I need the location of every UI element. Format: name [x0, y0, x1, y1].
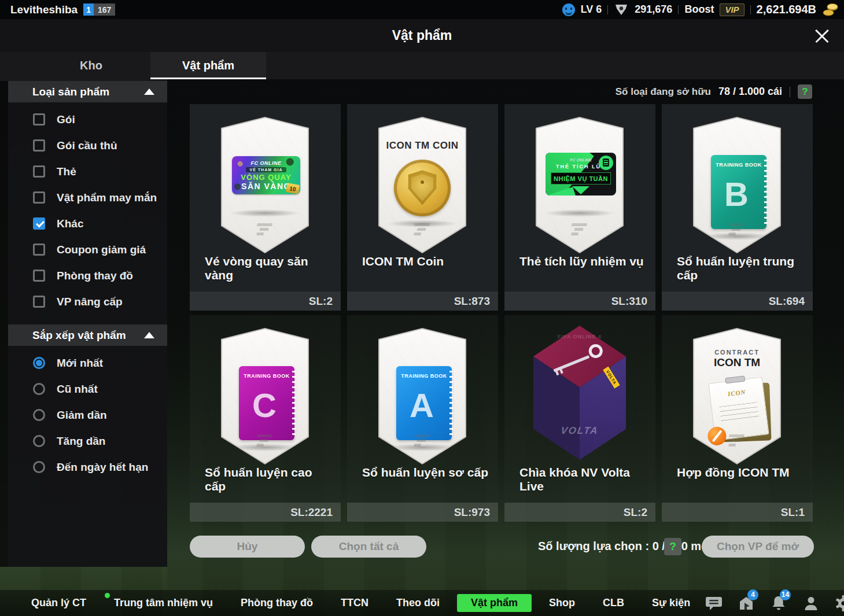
- collapse-arrow-icon: [144, 332, 154, 338]
- sort-section-header[interactable]: Sắp xếp vật phẩm: [8, 324, 167, 346]
- filter-khac[interactable]: Khác: [8, 211, 167, 237]
- nav-vat-pham[interactable]: Vật phẩm: [457, 594, 532, 612]
- boost-label[interactable]: Boost: [684, 3, 714, 16]
- radio[interactable]: [33, 461, 45, 473]
- bell-icon[interactable]: 14: [769, 593, 788, 613]
- filter-goi-cau-thu[interactable]: Gói cầu thủ: [8, 132, 167, 158]
- radio[interactable]: [33, 435, 45, 447]
- nav-su-kien[interactable]: Sự kiện: [638, 594, 704, 612]
- item-qty: SL:873: [454, 295, 490, 308]
- gold-spin-ticket-art: FC ONLINE VÉ THAM GIA VÒNG QUAY SĂN VÀNG…: [232, 156, 300, 194]
- username: Levitheshiba: [10, 3, 78, 16]
- item-art: TRAINING BOOK B: [693, 117, 781, 253]
- help-icon[interactable]: ?: [798, 84, 812, 99]
- gold-coin-art: [394, 160, 451, 216]
- radio[interactable]: [33, 357, 45, 369]
- filter-vp-nang-cap[interactable]: VP nâng cấp: [8, 289, 167, 315]
- checkbox[interactable]: [33, 244, 45, 256]
- panel-header: Vật phẩm: [0, 19, 844, 52]
- radio[interactable]: [33, 383, 45, 395]
- item-art: TRAINING BOOK A: [378, 328, 466, 464]
- item-name: Thẻ tích lũy nhiệm vụ: [519, 254, 650, 268]
- notification-dot: [105, 593, 110, 598]
- item-card-chia-khoa-volta[interactable]: FIFA ONLINE 4 VOLTA VOLTA Chìa khóa NV V…: [504, 315, 655, 522]
- chat-icon[interactable]: [704, 593, 724, 613]
- divider: [678, 5, 679, 14]
- checkbox[interactable]: [33, 217, 45, 230]
- item-qty-bar: SL:2: [190, 292, 341, 311]
- clipboard-icon: [599, 156, 613, 170]
- tab-kho[interactable]: Kho: [32, 52, 150, 79]
- checkbox[interactable]: [33, 296, 45, 308]
- filter-the[interactable]: Thẻ: [8, 158, 167, 185]
- art-shadow: [544, 209, 615, 217]
- fc-coin-icon: [614, 2, 629, 17]
- divider: [750, 5, 751, 14]
- settings-gear-icon[interactable]: [834, 593, 844, 613]
- filter-phong-thay-do[interactable]: Phòng thay đồ: [8, 263, 167, 289]
- checkbox[interactable]: [33, 139, 45, 152]
- profile-icon[interactable]: [801, 593, 821, 613]
- item-art: FC ONLINE VÉ THAM GIA VÒNG QUAY SĂN VÀNG…: [221, 117, 309, 253]
- item-card-hop-dong-icon-tm[interactable]: CONTRACT ICON TM ICON Hợp đồng ICON TM S…: [662, 315, 813, 522]
- fc-logo-watermark: [570, 223, 589, 236]
- item-qty-bar: SL:873: [347, 292, 498, 311]
- flag-house-icon[interactable]: 4: [736, 593, 756, 613]
- item-qty: SL:694: [769, 295, 805, 308]
- filter-vat-pham-may-man[interactable]: Vật phẩm may mắn: [8, 185, 167, 211]
- cancel-button[interactable]: Hủy: [190, 536, 305, 558]
- item-card-so-cao-cap[interactable]: TRAINING BOOK C Sổ huấn luyện cao cấp SL…: [190, 315, 341, 522]
- item-name: Chìa khóa NV Volta Live: [519, 466, 650, 493]
- bottom-nav-bar: Quản lý CT Trung tâm nhiệm vụ Phòng thay…: [0, 590, 844, 616]
- item-name: Sổ huấn luyện trung cấp: [677, 254, 807, 282]
- sort-giam-dan[interactable]: Giảm dần: [8, 402, 167, 428]
- filter-section-header[interactable]: Loại sản phẩm: [8, 81, 167, 102]
- training-book-b-art: TRAINING BOOK B: [711, 155, 766, 229]
- nav-shop[interactable]: Shop: [535, 594, 589, 612]
- item-qty: SL:2: [624, 506, 647, 519]
- sort-moi-nhat[interactable]: Mới nhất: [8, 350, 167, 376]
- nav-clb[interactable]: CLB: [589, 594, 638, 612]
- select-all-button[interactable]: Chọn tất cả: [311, 536, 426, 558]
- close-icon[interactable]: [810, 25, 834, 48]
- item-card-so-trung-cap[interactable]: TRAINING BOOK B Sổ huấn luyện trung cấp …: [662, 104, 813, 311]
- item-art: CONTRACT ICON TM ICON: [693, 328, 781, 464]
- nav-theo-doi[interactable]: Theo dõi: [382, 594, 454, 612]
- item-qty: SL:2221: [290, 506, 333, 519]
- collapse-arrow-icon: [144, 88, 154, 95]
- item-card-icon-tm-coin[interactable]: ICON TM COIN ICON TM Coin SL:873: [347, 104, 498, 311]
- help-icon[interactable]: ?: [664, 538, 681, 555]
- checkbox[interactable]: [33, 165, 45, 178]
- item-name: ICON TM Coin: [362, 254, 492, 268]
- checkbox[interactable]: [33, 113, 45, 126]
- item-card-the-tich-luy[interactable]: FC ONLINE THẺ TÍCH LŨY NHIỆM VỤ TUẦN Thẻ…: [504, 104, 655, 311]
- fc-logo-watermark: [255, 223, 275, 236]
- item-card-ve-vong-quay[interactable]: FC ONLINE VÉ THAM GIA VÒNG QUAY SĂN VÀNG…: [190, 104, 341, 311]
- owned-count-line: Số loại đang sở hữu 78 / 1.000 cái ?: [616, 84, 812, 99]
- divider: [790, 87, 790, 97]
- nav-ttcn[interactable]: TTCN: [327, 594, 382, 612]
- game-screen: Levitheshiba 1 167 LV 6 291,676 Boost VI…: [0, 0, 844, 616]
- sort-cu-nhat[interactable]: Cũ nhất: [8, 376, 167, 402]
- item-qty: SL:2: [309, 295, 333, 308]
- open-vp-button[interactable]: Chọn VP để mở: [702, 536, 814, 558]
- bp-balance: 2,621.694B: [757, 3, 816, 16]
- art-shadow: [387, 220, 458, 227]
- sort-tang-dan[interactable]: Tăng dần: [8, 428, 167, 454]
- vip-badge[interactable]: VIP: [720, 3, 744, 16]
- filter-coupon[interactable]: Coupon giảm giá: [8, 237, 167, 263]
- tab-vat-pham[interactable]: Vật phẩm: [150, 52, 266, 79]
- item-qty-bar: SL:973: [347, 503, 498, 522]
- no-trade-badge-icon: [707, 426, 728, 447]
- nav-quan-ly-ct[interactable]: Quản lý CT: [17, 594, 100, 612]
- radio[interactable]: [33, 409, 45, 421]
- fc-logo-watermark: [727, 434, 747, 447]
- filter-goi[interactable]: Gói: [8, 106, 167, 132]
- nav-phong-thay-do[interactable]: Phòng thay đồ: [227, 594, 327, 612]
- item-card-so-so-cap[interactable]: TRAINING BOOK A Sổ huấn luyện sơ cấp SL:…: [347, 315, 498, 522]
- checkbox[interactable]: [33, 191, 45, 204]
- checkbox[interactable]: [33, 270, 45, 282]
- sort-den-ngay-het-han[interactable]: Đến ngày hết hạn: [8, 454, 167, 480]
- fc-logo-watermark: [412, 223, 432, 236]
- nav-trung-tam-nhiem-vu[interactable]: Trung tâm nhiệm vụ: [100, 594, 227, 612]
